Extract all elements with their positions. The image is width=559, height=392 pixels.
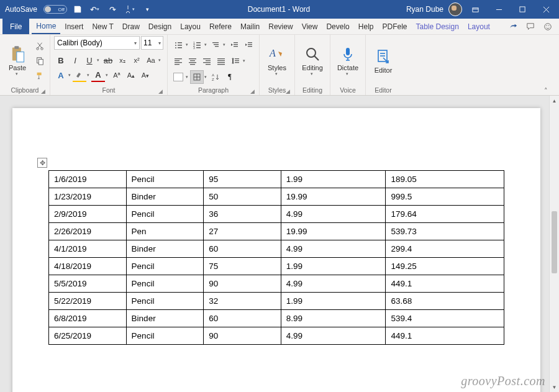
qat-customize-icon[interactable]: ▾ — [140, 2, 154, 16]
table-cell[interactable]: 36 — [204, 206, 281, 223]
table-row[interactable]: 2/9/2019Pencil364.99179.64 — [49, 206, 504, 223]
table-cell[interactable]: 1.99 — [281, 171, 386, 188]
cut-icon[interactable] — [34, 40, 46, 52]
font-launcher-icon[interactable]: ◢ — [157, 88, 163, 94]
table-cell[interactable]: 449.1 — [386, 275, 504, 293]
table-cell[interactable]: Pencil — [126, 293, 204, 310]
table-cell[interactable]: 5/22/2019 — [49, 293, 127, 310]
table-cell[interactable]: Binder — [126, 240, 204, 258]
minimize-button[interactable] — [488, 0, 509, 19]
table-cell[interactable]: 4.99 — [281, 327, 386, 345]
shrink-font-button[interactable]: A▾ — [139, 68, 152, 82]
table-move-handle[interactable]: ✥ — [37, 158, 47, 168]
styles-button[interactable]: A Styles▾ — [263, 37, 291, 84]
table-cell[interactable]: 60 — [204, 240, 281, 258]
bullets-button[interactable] — [171, 38, 185, 52]
table-cell[interactable]: 2/26/2019 — [49, 223, 127, 240]
font-color-button[interactable]: A — [91, 68, 105, 82]
table-cell[interactable]: 27 — [204, 223, 281, 240]
tab-design[interactable]: Design — [144, 19, 176, 34]
editor-button[interactable]: Editor — [370, 37, 397, 84]
table-cell[interactable]: 1/6/2019 — [49, 171, 127, 188]
close-button[interactable] — [535, 0, 557, 19]
table-cell[interactable]: 2/9/2019 — [49, 206, 127, 223]
table-cell[interactable]: Pencil — [126, 327, 204, 345]
align-right-button[interactable] — [200, 54, 214, 68]
table-cell[interactable]: 6/8/2019 — [49, 310, 127, 327]
copy-icon[interactable] — [34, 55, 46, 67]
tab-view[interactable]: View — [298, 19, 322, 34]
numbering-button[interactable]: 123 — [190, 38, 204, 52]
table-cell[interactable]: 50 — [204, 188, 281, 206]
autosave-toggle[interactable]: Off — [43, 5, 67, 14]
tab-file[interactable]: File — [2, 19, 29, 34]
table-cell[interactable]: 32 — [204, 293, 281, 310]
table-cell[interactable]: 4/1/2019 — [49, 240, 127, 258]
table-cell[interactable]: 1.99 — [281, 293, 386, 310]
table-cell[interactable]: 4.99 — [281, 240, 386, 258]
table-cell[interactable]: Pencil — [126, 171, 204, 188]
scroll-down-icon[interactable]: ▼ — [550, 382, 559, 392]
table-cell[interactable]: Pen — [126, 223, 204, 240]
table-cell[interactable]: 90 — [204, 275, 281, 293]
table-cell[interactable]: 1/23/2019 — [49, 188, 127, 206]
table-cell[interactable]: Pencil — [126, 206, 204, 223]
multilevel-list-button[interactable] — [209, 38, 222, 52]
table-row[interactable]: 6/25/2019Pencil904.99449.1 — [49, 327, 504, 345]
table-cell[interactable]: 179.64 — [386, 206, 504, 223]
table-cell[interactable]: Pencil — [126, 275, 204, 293]
user-name[interactable]: Ryan Dube — [404, 5, 446, 14]
tab-table-design[interactable]: Table Design — [412, 19, 463, 34]
font-name-selector[interactable]: Calibri (Body)▾ — [54, 36, 140, 50]
table-cell[interactable]: 95 — [204, 171, 281, 188]
ribbon-display-icon[interactable] — [465, 0, 486, 19]
table-cell[interactable]: 4/18/2019 — [49, 258, 127, 275]
table-cell[interactable]: 19.99 — [281, 188, 386, 206]
change-case-button[interactable]: Aa — [144, 53, 158, 67]
subscript-button[interactable]: x₂ — [116, 53, 129, 67]
underline-button[interactable]: U — [83, 53, 96, 67]
decrease-indent-button[interactable] — [227, 38, 241, 52]
tab-newtab[interactable]: New T — [88, 19, 117, 34]
table-row[interactable]: 5/5/2019Pencil904.99449.1 — [49, 275, 504, 293]
table-cell[interactable]: Binder — [126, 188, 204, 206]
table-cell[interactable]: 8.99 — [281, 310, 386, 327]
tab-insert[interactable]: Insert — [60, 19, 88, 34]
table-cell[interactable]: Pencil — [126, 258, 204, 275]
tab-table-layout[interactable]: Layout — [463, 19, 494, 34]
align-left-button[interactable] — [171, 54, 185, 68]
undo-icon[interactable]: ↶▾ — [88, 2, 102, 16]
justify-button[interactable] — [214, 54, 228, 68]
superscript-button[interactable]: x² — [130, 53, 143, 67]
scroll-thumb[interactable] — [552, 211, 557, 273]
sort-button[interactable]: AZ — [209, 70, 222, 84]
table-cell[interactable]: 999.5 — [386, 188, 504, 206]
table-cell[interactable]: 449.1 — [386, 327, 504, 345]
table-cell[interactable]: 539.4 — [386, 310, 504, 327]
line-spacing-button[interactable] — [229, 54, 242, 68]
scroll-up-icon[interactable]: ▲ — [550, 96, 559, 106]
tab-review[interactable]: Review — [264, 19, 297, 34]
collapse-ribbon-icon[interactable]: ˄ — [544, 87, 548, 95]
styles-launcher-icon[interactable]: ◢ — [284, 88, 291, 94]
table-cell[interactable]: 4.99 — [281, 275, 386, 293]
table-row[interactable]: 5/22/2019Pencil321.9963.68 — [49, 293, 504, 310]
data-table[interactable]: 1/6/2019Pencil951.99189.051/23/2019Binde… — [48, 170, 504, 345]
share-icon[interactable] — [504, 19, 522, 34]
vertical-scrollbar[interactable]: ▲ ▼ — [549, 96, 559, 392]
italic-button[interactable]: I — [68, 53, 82, 67]
text-effects-button[interactable]: A — [54, 68, 68, 82]
tab-developer[interactable]: Develo — [322, 19, 353, 34]
table-cell[interactable]: 90 — [204, 327, 281, 345]
clipboard-launcher-icon[interactable]: ◢ — [40, 88, 46, 94]
table-row[interactable]: 4/1/2019Binder604.99299.4 — [49, 240, 504, 258]
touch-mode-icon[interactable]: ▾ — [123, 2, 137, 16]
tab-help[interactable]: Help — [354, 19, 378, 34]
tab-draw[interactable]: Draw — [118, 19, 144, 34]
table-cell[interactable]: Binder — [126, 310, 204, 327]
table-cell[interactable]: 149.25 — [386, 258, 504, 275]
table-cell[interactable]: 6/25/2019 — [49, 327, 127, 345]
table-cell[interactable]: 75 — [204, 258, 281, 275]
borders-button[interactable] — [190, 70, 204, 84]
table-row[interactable]: 1/6/2019Pencil951.99189.05 — [49, 171, 504, 188]
